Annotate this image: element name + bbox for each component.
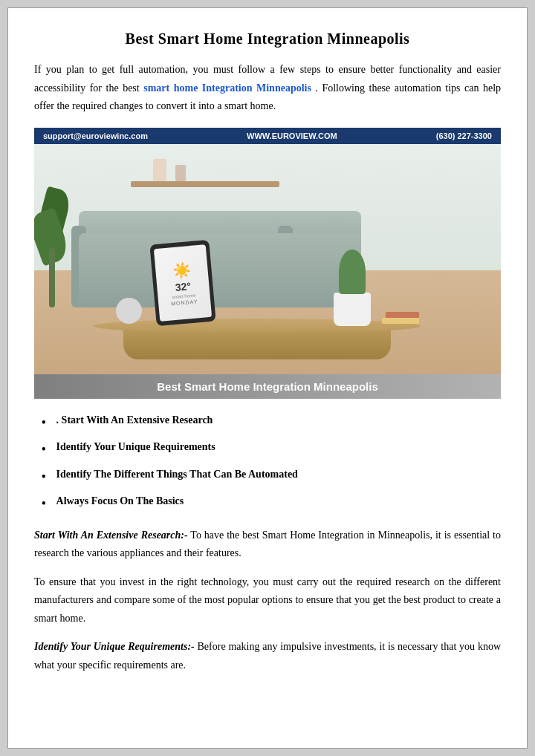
bullet-list: • . Start With An Extensive Research • I… — [34, 412, 501, 513]
bullet-item-3: • Identify The Different Things That Can… — [42, 466, 501, 486]
shelf-item-1 — [153, 159, 166, 181]
page-title: Best Smart Home Integration Minneapolis — [34, 30, 501, 48]
bullet-dot-1: • — [42, 413, 46, 432]
book-1 — [382, 318, 419, 324]
intro-paragraph: If you plan to get full automation, you … — [34, 61, 501, 116]
bullet-dot-4: • — [42, 494, 46, 513]
image-header: support@euroviewinc.com WWW.EUROVIEW.COM… — [34, 128, 501, 144]
bullet-text-4: Always Focus On The Basics — [56, 493, 184, 509]
smart-home-link[interactable]: smart home Integration Minneapolis — [143, 82, 311, 94]
bullet-item-2: • Identify Your Unique Requirements — [42, 439, 501, 459]
image-block: support@euroviewinc.com WWW.EUROVIEW.COM… — [34, 128, 501, 399]
cactus-plant — [339, 250, 366, 294]
hero-image: ☀️ 32° smart home MONDAY — [34, 144, 501, 374]
section-3: Identify Your Unique Requirements:- Befo… — [34, 638, 501, 674]
section-1: Start With An Extensive Research:- To ha… — [34, 527, 501, 563]
bullet-dot-3: • — [42, 467, 46, 486]
section-1-label: Start With An Extensive Research:- — [34, 529, 188, 541]
tablet-screen: ☀️ 32° smart home MONDAY — [154, 244, 212, 322]
website-url: WWW.EUROVIEW.COM — [247, 131, 337, 140]
plant-left — [34, 189, 71, 307]
weather-icon: ☀️ — [172, 260, 192, 279]
plant-pot — [334, 293, 371, 326]
section-3-label: Identify Your Unique Requirements:- — [34, 641, 195, 652]
bullet-text-2: Identify Your Unique Requirements — [56, 439, 215, 455]
books — [382, 294, 427, 324]
section-2: To ensure that you invest in the right t… — [34, 573, 501, 628]
bullet-item-4: • Always Focus On The Basics — [42, 493, 501, 513]
support-email: support@euroviewinc.com — [43, 131, 148, 140]
shelf — [131, 181, 279, 187]
table-top — [94, 319, 421, 333]
table-leg — [123, 330, 391, 359]
plant-stem — [49, 248, 55, 307]
shelf-item-2 — [175, 165, 186, 181]
sofa-body — [79, 233, 361, 307]
smart-tablet: ☀️ 32° smart home MONDAY — [149, 239, 215, 326]
book-2 — [386, 312, 419, 318]
bullet-item-1: • . Start With An Extensive Research — [42, 412, 501, 432]
image-caption: Best Smart Home Integration Minneapolis — [34, 374, 501, 399]
phone-number: (630) 227-3300 — [436, 131, 492, 140]
temperature: 32° — [175, 279, 191, 293]
bullet-text-1: . Start With An Extensive Research — [56, 412, 213, 428]
room-scene: ☀️ 32° smart home MONDAY — [34, 144, 501, 374]
day-label: MONDAY — [171, 298, 198, 305]
smart-speaker — [116, 298, 142, 324]
page-container: Best Smart Home Integration Minneapolis … — [7, 7, 528, 749]
section-2-body: To ensure that you invest in the right t… — [34, 576, 501, 624]
bullet-text-3: Identify The Different Things That Can B… — [56, 466, 298, 483]
bullet-dot-2: • — [42, 440, 46, 459]
